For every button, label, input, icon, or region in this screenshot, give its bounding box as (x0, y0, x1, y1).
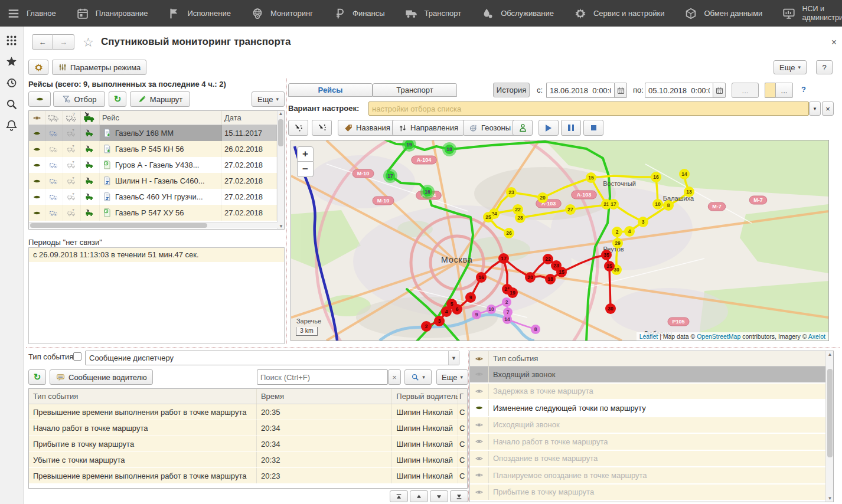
splitter-horizontal[interactable] (26, 347, 840, 348)
route-point-marker[interactable]: 9 (465, 292, 476, 303)
route-point-marker[interactable]: 35 (601, 250, 612, 260)
visibility-cell[interactable] (470, 366, 489, 382)
route-point-marker[interactable]: 19 (507, 287, 518, 298)
route-point-marker[interactable]: 23 (506, 187, 517, 198)
trips-vscrollbar[interactable]: ▲▼ (277, 111, 284, 229)
playback-play-button[interactable] (539, 120, 559, 136)
trip-visibility-cell[interactable] (29, 173, 45, 189)
search-options-button[interactable]: ▾ (404, 369, 432, 385)
trips-hscrollbar[interactable] (29, 222, 278, 228)
extra-dots-button[interactable]: ... (775, 83, 793, 98)
trip-date-cell[interactable]: 27.02.2018 (222, 173, 277, 189)
go-down-button[interactable] (430, 490, 448, 502)
event-type-filter-combo[interactable]: Сообщение диспетчеру ▼ (85, 351, 459, 365)
search-icon[interactable] (5, 98, 18, 110)
go-last-button[interactable] (450, 490, 468, 502)
tab-trips[interactable]: Рейсы (288, 83, 373, 97)
history-button[interactable]: История (493, 83, 530, 97)
route-point-marker[interactable]: 13 (684, 186, 694, 197)
splitter-vertical[interactable] (286, 78, 287, 344)
event-type-row[interactable]: Начало работ в точке маршрута (470, 434, 833, 451)
extra-field[interactable] (765, 83, 775, 98)
tab-transport[interactable]: Транспорт (373, 83, 457, 97)
route-point-marker[interactable]: 16 (420, 185, 435, 199)
route-point-marker[interactable]: 2 (612, 227, 622, 237)
trip-row[interactable]: ?Газель Р 547 ХУ 5627.02.2018 (29, 205, 284, 221)
visibility-cell[interactable] (470, 400, 489, 416)
close-icon[interactable]: × (831, 37, 837, 48)
route-point-marker[interactable]: 22 (543, 254, 553, 264)
route-point-marker[interactable]: 10 (652, 199, 663, 210)
to-calendar-button[interactable] (713, 83, 726, 98)
route-point-marker[interactable]: 18 (545, 274, 556, 284)
trip-date-cell[interactable]: 27.02.2018 (222, 189, 277, 205)
event-row[interactable]: Превышение времени выполнения работ в то… (29, 404, 467, 420)
trip-name-cell[interactable]: Газель Р 545 КН 56 (100, 141, 222, 157)
route-point-marker[interactable]: 6 (452, 304, 462, 315)
nav-item-nsi[interactable]: НСИ и администрирование (782, 5, 842, 22)
visibility-cell[interactable] (470, 417, 489, 433)
history-clock-icon[interactable] (5, 77, 18, 89)
visibility-cell[interactable] (470, 434, 489, 450)
event-types-scrollbar[interactable]: ▲ ▼ (825, 351, 833, 502)
event-row[interactable]: Убытие с точки маршрута20:32Шипин Никола… (29, 452, 467, 468)
route-point-marker[interactable]: 27 (565, 204, 576, 215)
event-type-row[interactable]: Опоздание в точке маршрута (470, 451, 833, 468)
event-type-row[interactable]: Планируемое опоздание в точке маршрута (470, 467, 833, 485)
trip-name-cell[interactable]: Газель Р 547 ХУ 56 (100, 205, 222, 221)
map-canvas[interactable]: М-10М-10А-104А-104А-103А-103М-7М-7Р105Мо… (291, 140, 829, 341)
nav-item-settings[interactable]: Сервис и настройки (574, 7, 665, 20)
route-point-marker[interactable]: 16 (651, 172, 661, 182)
go-up-button[interactable] (410, 490, 428, 502)
go-first-button[interactable] (390, 490, 408, 502)
period-dots-button[interactable]: ... (732, 83, 759, 98)
event-type-row[interactable]: Задержка в точке маршрута (470, 384, 833, 401)
trips-filter-button[interactable]: Отбор (53, 91, 105, 107)
trip-date-cell[interactable]: 27.02.2018 (222, 157, 277, 173)
to-date-input[interactable] (645, 83, 713, 98)
nav-item-planning[interactable]: Планирование (76, 7, 148, 20)
trip-name-cell[interactable]: ГазельС 460 УН грузчи... (100, 189, 222, 205)
events-more-button[interactable]: Еще▾ (436, 369, 468, 385)
visibility-cell[interactable] (470, 451, 489, 467)
nav-item-execution[interactable]: Исполнение (168, 7, 231, 20)
event-row[interactable]: Превышение времени выполнения работ в то… (29, 468, 467, 484)
from-date-input[interactable] (546, 83, 614, 98)
trip-row[interactable]: ?Шилин Н - Газель С460...27.02.2018 (29, 173, 284, 189)
trips-more-button[interactable]: Еще▾ (252, 91, 285, 107)
route-point-marker[interactable]: 20 (525, 272, 536, 283)
trips-refresh-button[interactable]: ↻ (109, 91, 126, 107)
trip-row[interactable]: ?ГазельС 460 УН грузчи...27.02.2018 (29, 189, 284, 205)
attribution-link[interactable]: OpenStreetMap (697, 333, 740, 340)
route-point-marker[interactable]: 2 (502, 297, 511, 307)
route-point-marker[interactable]: 14 (502, 315, 512, 324)
nav-item-monitoring[interactable]: Мониторинг (251, 7, 313, 20)
from-calendar-button[interactable] (614, 83, 627, 98)
period-help-link[interactable]: ? (801, 85, 806, 94)
visibility-cell[interactable] (470, 485, 489, 500)
apps-grid-icon[interactable] (5, 34, 18, 47)
chevron-down-icon[interactable]: ▼ (448, 351, 459, 365)
trip-date-cell[interactable]: 26.02.2018 (222, 141, 277, 157)
events-search-input[interactable] (257, 369, 388, 385)
playback-stop-button[interactable] (583, 120, 603, 136)
route-point-marker[interactable]: 17 (498, 253, 509, 264)
route-point-marker[interactable]: 15 (586, 172, 596, 183)
route-point-marker[interactable]: 4 (624, 226, 635, 237)
no-link-entry[interactable]: с 26.09.2018 11:13:03 в течении 51 мин.4… (29, 248, 284, 262)
variant-input[interactable] (368, 102, 809, 116)
variant-clear-button[interactable]: × (822, 102, 834, 116)
trip-row[interactable]: ?Гуров А - Газель У438...27.02.2018 (29, 157, 284, 173)
col-date[interactable]: Дата (222, 111, 277, 125)
playback-pause-button[interactable] (561, 120, 581, 136)
trip-visibility-cell[interactable] (29, 205, 45, 221)
visibility-cell[interactable] (470, 384, 489, 400)
trip-visibility-cell[interactable] (29, 189, 45, 205)
event-type-filter-checkbox[interactable] (73, 352, 81, 361)
trip-row[interactable]: ?ГазельУ 168 ММ15.11.2017 (29, 125, 284, 141)
route-point-marker[interactable]: 26 (504, 228, 514, 238)
form-settings-button[interactable] (28, 60, 48, 75)
back-button[interactable]: ← (32, 34, 53, 50)
route-point-marker[interactable]: 4 (441, 306, 452, 317)
zoom-in-button[interactable]: + (297, 146, 314, 162)
